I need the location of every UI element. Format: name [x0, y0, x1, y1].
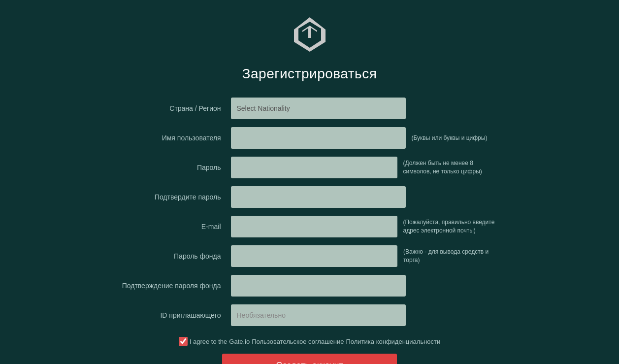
username-row: Имя пользователя (Буквы или буквы и цифр… — [118, 126, 502, 150]
confirm-password-input-wrap — [231, 186, 502, 208]
confirm-fund-password-input[interactable] — [231, 275, 406, 297]
agreement-row: I agree to the Gate.io Пользовательское … — [118, 337, 502, 346]
email-label: E-mail — [118, 223, 231, 231]
fund-password-hint: (Важно - для вывода средств и торга) — [403, 248, 502, 265]
confirm-fund-password-row: Подтверждение пароля фонда — [118, 274, 502, 298]
logo-icon — [290, 15, 329, 54]
referral-label: ID приглашающего — [118, 311, 231, 319]
fund-password-label: Пароль фонда — [118, 252, 231, 260]
agreement-site: Gate.io — [229, 338, 250, 345]
referral-input-wrap — [231, 304, 502, 326]
terms-link[interactable]: Пользовательское соглашение — [252, 338, 344, 345]
referral-input[interactable] — [231, 304, 406, 326]
fund-password-input-wrap: (Важно - для вывода средств и торга) — [231, 245, 502, 267]
password-hint: (Должен быть не менее 8 символов, не тол… — [403, 159, 502, 176]
password-label: Пароль — [118, 164, 231, 171]
confirm-fund-password-input-wrap — [231, 275, 502, 297]
fund-password-row: Пароль фонда (Важно - для вывода средств… — [118, 244, 502, 268]
nationality-label: Страна / Регион — [118, 104, 231, 112]
username-input-wrap: (Буквы или буквы и цифры) — [231, 127, 502, 149]
submit-btn-row: Создать аккаунт — [118, 354, 502, 364]
nationality-row: Страна / Регион Select Nationality — [118, 97, 502, 120]
email-input-wrap: (Пожалуйста, правильно введите адрес эле… — [231, 216, 502, 237]
nationality-select[interactable]: Select Nationality — [231, 98, 406, 119]
registration-form: Страна / Регион Select Nationality Имя п… — [118, 97, 502, 364]
agreement-inner: I agree to the Gate.io Пользовательское … — [179, 337, 441, 346]
email-row: E-mail (Пожалуйста, правильно введите ад… — [118, 215, 502, 238]
email-hint: (Пожалуйста, правильно введите адрес эле… — [403, 218, 502, 235]
email-input[interactable] — [231, 216, 397, 237]
username-hint: (Буквы или буквы и цифры) — [412, 134, 488, 142]
page-title: Зарегистрироваться — [242, 66, 377, 82]
username-label: Имя пользователя — [118, 134, 231, 142]
page-wrapper: Зарегистрироваться Страна / Регион Selec… — [0, 0, 619, 364]
password-row: Пароль (Должен быть не менее 8 символов,… — [118, 156, 502, 179]
logo-container — [290, 15, 329, 56]
confirm-fund-password-label: Подтверждение пароля фонда — [118, 282, 231, 290]
password-input[interactable] — [231, 157, 397, 178]
nationality-input-wrap: Select Nationality — [231, 98, 502, 119]
confirm-password-row: Подтвердите пароль — [118, 185, 502, 209]
agreement-checkbox[interactable] — [179, 337, 188, 346]
confirm-password-input[interactable] — [231, 186, 406, 208]
fund-password-input[interactable] — [231, 245, 397, 267]
referral-row: ID приглашающего — [118, 303, 502, 327]
password-input-wrap: (Должен быть не менее 8 символов, не тол… — [231, 157, 502, 178]
privacy-link[interactable]: Политика конфиденциальности — [346, 338, 441, 345]
submit-button[interactable]: Создать аккаунт — [222, 354, 397, 364]
username-input[interactable] — [231, 127, 406, 149]
agreement-prefix: I agree to the — [190, 338, 228, 345]
confirm-password-label: Подтвердите пароль — [118, 193, 231, 201]
